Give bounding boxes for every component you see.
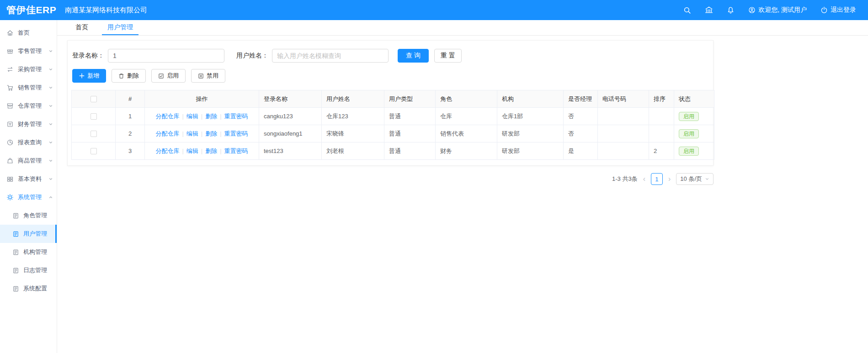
disable-button[interactable]: 禁用 bbox=[191, 69, 225, 83]
row-checkbox[interactable] bbox=[91, 131, 97, 137]
pagination-total: 1-3 共3条 bbox=[612, 175, 638, 183]
search-form: 登录名称： 用户姓名： 查 询 重 置 bbox=[72, 49, 709, 63]
cell-role: 销售代表 bbox=[436, 125, 497, 142]
query-button[interactable]: 查 询 bbox=[398, 49, 429, 63]
reset-password-link[interactable]: 重置密码 bbox=[224, 148, 248, 154]
add-button[interactable]: 新增 bbox=[72, 69, 106, 83]
sidebar-item-basic-data[interactable]: 基本资料 bbox=[0, 170, 57, 188]
sidebar-item-finance[interactable]: 财务管理 bbox=[0, 115, 57, 133]
page-number-button[interactable]: 1 bbox=[651, 173, 663, 185]
sidebar-item-label: 采购管理 bbox=[18, 65, 48, 74]
delete-button[interactable]: 删除 bbox=[112, 69, 146, 83]
table-row: 3 分配仓库|编辑|删除|重置密码 test123 刘老根 普通 财务 研发部 … bbox=[72, 142, 714, 160]
select-all-checkbox[interactable] bbox=[91, 96, 97, 102]
chevron-up-icon bbox=[48, 195, 53, 200]
sidebar-item-log-mgmt[interactable]: 日志管理 bbox=[0, 261, 57, 279]
sidebar-item-label: 系统管理 bbox=[18, 193, 48, 201]
sidebar-item-role-mgmt[interactable]: 角色管理 bbox=[0, 206, 57, 225]
row-checkbox[interactable] bbox=[91, 148, 97, 154]
assign-warehouse-link[interactable]: 分配仓库 bbox=[155, 130, 179, 137]
cell-phone bbox=[598, 108, 649, 125]
chevron-down-icon bbox=[48, 67, 53, 72]
enable-button[interactable]: 启用 bbox=[151, 69, 186, 83]
sidebar-item-user-mgmt[interactable]: 用户管理 bbox=[0, 225, 57, 243]
cell-login: test123 bbox=[259, 142, 322, 160]
edit-link[interactable]: 编辑 bbox=[186, 148, 198, 154]
next-page-button[interactable]: › bbox=[668, 175, 671, 183]
prev-page-button[interactable]: ‹ bbox=[643, 175, 645, 183]
sidebar-item-label: 机构管理 bbox=[23, 248, 53, 256]
sidebar-item-warehouse[interactable]: 仓库管理 bbox=[0, 97, 57, 115]
bank-icon[interactable] bbox=[705, 6, 713, 14]
cell-name: 刘老根 bbox=[322, 142, 384, 160]
row-index: 3 bbox=[116, 142, 145, 160]
bell-icon[interactable] bbox=[727, 6, 735, 14]
sidebar-item-org-mgmt[interactable]: 机构管理 bbox=[0, 243, 57, 261]
col-login: 登录名称 bbox=[259, 90, 322, 108]
tab-user-mgmt[interactable]: 用户管理 bbox=[102, 20, 138, 35]
cell-role: 财务 bbox=[436, 142, 497, 160]
chevron-down-icon bbox=[48, 140, 53, 145]
col-org: 机构 bbox=[497, 90, 564, 108]
cell-org: 研发部 bbox=[497, 125, 564, 142]
delete-link[interactable]: 删除 bbox=[205, 130, 217, 137]
col-index: # bbox=[116, 90, 145, 108]
reset-password-link[interactable]: 重置密码 bbox=[224, 113, 248, 120]
sidebar-item-label: 报表查询 bbox=[18, 138, 48, 147]
cell-phone bbox=[598, 125, 649, 142]
delete-link[interactable]: 删除 bbox=[205, 148, 217, 154]
col-ops: 操作 bbox=[145, 90, 259, 108]
row-ops: 分配仓库|编辑|删除|重置密码 bbox=[145, 108, 259, 125]
user-circle-icon bbox=[748, 6, 756, 14]
sidebar-item-purchase[interactable]: 采购管理 bbox=[0, 60, 57, 79]
row-checkbox[interactable] bbox=[91, 113, 97, 120]
sidebar-item-home[interactable]: 首页 bbox=[0, 24, 57, 42]
doc-icon bbox=[12, 212, 19, 219]
col-sort: 排序 bbox=[649, 90, 674, 108]
welcome-user[interactable]: 欢迎您, 测试用户 bbox=[748, 6, 807, 14]
logout-label: 退出登录 bbox=[831, 6, 856, 14]
col-role: 角色 bbox=[436, 90, 497, 108]
login-name-input[interactable] bbox=[108, 49, 224, 63]
chevron-down-icon bbox=[48, 85, 53, 90]
table-row: 1 分配仓库|编辑|删除|重置密码 cangku123 仓库123 普通 仓库 … bbox=[72, 108, 714, 125]
assign-warehouse-link[interactable]: 分配仓库 bbox=[155, 148, 179, 154]
assign-warehouse-link[interactable]: 分配仓库 bbox=[155, 113, 179, 120]
delete-link[interactable]: 删除 bbox=[205, 113, 217, 120]
reset-password-link[interactable]: 重置密码 bbox=[224, 130, 248, 137]
sidebar: 首页 零售管理 采购管理 销售管理 仓库管理 财务管理 bbox=[0, 20, 57, 353]
edit-link[interactable]: 编辑 bbox=[186, 130, 198, 137]
search-icon[interactable] bbox=[683, 6, 691, 14]
sidebar-item-system[interactable]: 系统管理 bbox=[0, 188, 57, 206]
chevron-down-icon bbox=[705, 177, 709, 181]
cell-role: 仓库 bbox=[436, 108, 497, 125]
sidebar-item-sales[interactable]: 销售管理 bbox=[0, 79, 57, 97]
sidebar-item-reports[interactable]: 报表查询 bbox=[0, 133, 57, 152]
cell-status: 启用 bbox=[674, 108, 714, 125]
cell-phone bbox=[598, 142, 649, 160]
tab-home[interactable]: 首页 bbox=[70, 20, 94, 35]
report-pie-icon bbox=[6, 139, 14, 146]
cell-manager: 否 bbox=[564, 108, 598, 125]
edit-link[interactable]: 编辑 bbox=[186, 113, 198, 120]
status-badge: 启用 bbox=[679, 129, 699, 138]
check-square-icon bbox=[158, 73, 164, 79]
cell-login: cangku123 bbox=[259, 108, 322, 125]
plus-icon bbox=[79, 73, 85, 79]
sidebar-item-label: 零售管理 bbox=[18, 47, 48, 55]
sidebar-item-retail[interactable]: 零售管理 bbox=[0, 42, 57, 60]
add-button-label: 新增 bbox=[87, 72, 99, 80]
logout-button[interactable]: 退出登录 bbox=[820, 6, 856, 14]
company-name: 南通某某网络科技有限公司 bbox=[65, 6, 147, 15]
gear-icon bbox=[6, 194, 14, 201]
user-name-input[interactable] bbox=[272, 49, 389, 63]
sidebar-item-system-config[interactable]: 系统配置 bbox=[0, 279, 57, 298]
page-size-select[interactable]: 10 条/页 bbox=[676, 173, 714, 185]
cell-sort bbox=[649, 108, 674, 125]
x-square-icon bbox=[198, 73, 204, 79]
reset-button[interactable]: 重 置 bbox=[434, 49, 462, 63]
cell-name: 宋晓锋 bbox=[322, 125, 384, 142]
col-manager: 是否经理 bbox=[564, 90, 598, 108]
trash-icon bbox=[118, 73, 124, 79]
sidebar-item-goods[interactable]: 商品管理 bbox=[0, 152, 57, 170]
